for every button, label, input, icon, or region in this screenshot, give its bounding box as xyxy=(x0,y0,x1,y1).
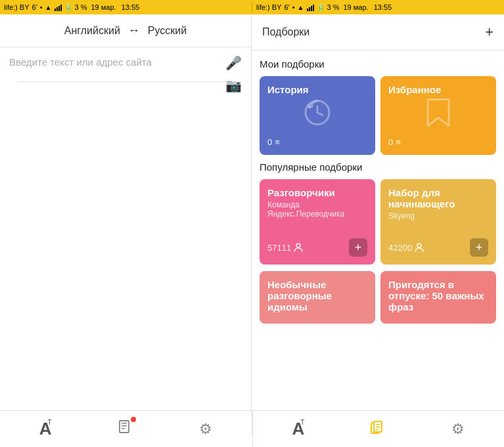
my-collections-title: Мои подборки xyxy=(260,58,496,70)
source-language[interactable]: Английский xyxy=(64,25,120,37)
date-right: 19 мар. xyxy=(343,3,368,11)
beginner-title: Набор для начинающего xyxy=(388,187,488,209)
translator-input-area[interactable]: Введите текст или адрес сайта 🎤 📷 xyxy=(0,47,251,410)
card-favorites[interactable]: Избранное 0 ≡ xyxy=(380,76,496,155)
card-idioms[interactable]: Необычные разговорные идиомы xyxy=(260,271,375,324)
battery-icon-right: 🔋 xyxy=(317,4,325,11)
razgovorchiki-title: Разговорчики xyxy=(267,187,367,198)
my-collections-section: Мои подборки История xyxy=(260,58,496,155)
settings-icon-right: ⚙ xyxy=(451,421,465,438)
translate-superscript: T xyxy=(47,419,51,426)
nav-history-left[interactable] xyxy=(117,419,134,440)
nav-section-left: A T ⚙ xyxy=(0,411,252,447)
person-icon xyxy=(294,243,303,252)
history-badge xyxy=(131,417,136,422)
favorites-icon xyxy=(425,97,451,135)
card-favorites-title: Избранное xyxy=(388,84,488,95)
svg-rect-6 xyxy=(122,428,125,429)
svg-point-2 xyxy=(417,244,421,247)
signal-bars-left xyxy=(55,3,62,11)
right-panel-collections: Подборки + Мои подборки История xyxy=(252,14,504,410)
razgovorchiki-subtitle: КомандаЯндекс.Переводчика xyxy=(267,200,367,219)
battery-pct-left: 3 % xyxy=(75,3,87,11)
popular-collections-section: Популярные подборки Разговорчики Команда… xyxy=(260,161,496,324)
card-historia[interactable]: История 0 ≡ xyxy=(260,76,375,155)
carrier-left: life:) BY xyxy=(4,3,30,11)
input-placeholder: Введите текст или адрес сайта xyxy=(9,56,152,68)
collections-content: Мои подборки История xyxy=(252,51,504,410)
favorites-list-icon: ≡ xyxy=(396,137,401,147)
popular-row-1: Разговорчики КомандаЯндекс.Переводчика 5… xyxy=(260,179,496,265)
translator-divider xyxy=(18,81,233,82)
card-beginner[interactable]: Набор для начинающего Skyeng 42200 xyxy=(380,179,496,265)
my-collections-row: История 0 ≡ xyxy=(260,76,496,155)
bottom-nav: A T ⚙ A T xyxy=(0,410,504,447)
card-razgovorchiki[interactable]: Разговорчики КомандаЯндекс.Переводчика 5… xyxy=(260,179,375,265)
date-left: 19 мар. xyxy=(91,3,116,11)
nav-translate-left[interactable]: A T xyxy=(39,419,52,439)
add-collection-icon[interactable]: + xyxy=(485,24,493,41)
signal-bars-right xyxy=(307,3,314,11)
nav-section-right: A T ⚙ xyxy=(252,411,504,447)
mic-icon[interactable]: 🎤 xyxy=(225,55,242,71)
nav-settings-right[interactable]: ⚙ xyxy=(451,421,465,438)
time-right: 13:55 xyxy=(374,3,392,11)
historia-count: 0 ≡ xyxy=(267,137,280,147)
signal-left: 6' xyxy=(32,3,37,11)
card-historia-title: История xyxy=(267,84,367,95)
nav-translate-right[interactable]: A T xyxy=(292,419,305,439)
card-favorites-footer: 0 ≡ xyxy=(388,137,488,147)
add-beginner-button[interactable]: + xyxy=(470,238,488,257)
svg-rect-3 xyxy=(120,421,129,433)
dot-right: • xyxy=(292,3,295,11)
svg-point-1 xyxy=(296,244,300,247)
vacation-title: Пригодятся в отпуске: 50 важных фраз xyxy=(388,279,488,312)
status-bar: life:) BY 6' • ▲ 🔋 3 % 19 мар. 13:55 lif… xyxy=(0,0,504,14)
svg-rect-5 xyxy=(122,425,127,427)
translator-header: Английский ↔ Русский xyxy=(0,14,251,47)
add-razgovorchiki-button[interactable]: + xyxy=(349,238,367,257)
nav-collections-right[interactable] xyxy=(369,419,386,439)
wifi-icon-right: ▲ xyxy=(298,4,304,11)
person-icon-2 xyxy=(415,243,424,252)
card-body-beginner: Набор для начинающего Skyeng xyxy=(388,187,488,221)
swap-languages-icon[interactable]: ↔ xyxy=(128,24,140,37)
app-body: Английский ↔ Русский Введите текст или а… xyxy=(0,14,504,410)
signal-right: 6' xyxy=(285,3,290,11)
camera-icon[interactable]: 📷 xyxy=(225,77,242,93)
favorites-count: 0 ≡ xyxy=(388,137,401,147)
svg-rect-9 xyxy=(376,424,380,425)
collections-title: Подборки xyxy=(262,26,309,38)
left-panel-translator: Английский ↔ Русский Введите текст или а… xyxy=(0,14,252,410)
nav-settings-left[interactable]: ⚙ xyxy=(199,421,212,438)
settings-icon-left: ⚙ xyxy=(199,421,212,438)
target-language[interactable]: Русский xyxy=(148,25,187,37)
beginner-count: 42200 xyxy=(388,243,424,253)
time-left: 13:55 xyxy=(122,3,140,11)
beginner-footer: 42200 + xyxy=(388,238,488,257)
translate-superscript-right: T xyxy=(300,419,304,426)
card-historia-footer: 0 ≡ xyxy=(267,137,367,147)
razgovorchiki-count: 57111 xyxy=(267,243,303,253)
idioms-title: Необычные разговорные идиомы xyxy=(267,279,367,312)
svg-rect-11 xyxy=(376,429,378,431)
status-bar-left: life:) BY 6' • ▲ 🔋 3 % 19 мар. 13:55 xyxy=(0,3,252,11)
historia-list-icon: ≡ xyxy=(275,137,280,147)
status-bar-right: life:) BY 6' • ▲ 🔋 3 % 19 мар. 13:55 xyxy=(252,3,504,11)
battery-pct-right: 3 % xyxy=(327,3,340,11)
card-body-razgovorchiki: Разговорчики КомандаЯндекс.Переводчика xyxy=(267,187,367,219)
dot-left: • xyxy=(40,3,43,11)
popular-row-2: Необычные разговорные идиомы Пригодятся … xyxy=(260,271,496,324)
razgovorchiki-footer: 57111 + xyxy=(267,238,367,257)
history-icon xyxy=(303,98,332,133)
svg-rect-4 xyxy=(122,423,127,424)
beginner-subtitle: Skyeng xyxy=(388,211,488,221)
popular-collections-title: Популярные подборки xyxy=(260,161,496,173)
card-vacation[interactable]: Пригодятся в отпуске: 50 важных фраз xyxy=(380,271,496,324)
wifi-icon-left: ▲ xyxy=(45,4,52,11)
carrier-right: life:) BY xyxy=(256,3,282,11)
collections-icon xyxy=(369,419,386,439)
svg-rect-10 xyxy=(376,427,380,428)
battery-icon-left: 🔋 xyxy=(64,4,72,11)
collections-header: Подборки + xyxy=(252,14,504,51)
